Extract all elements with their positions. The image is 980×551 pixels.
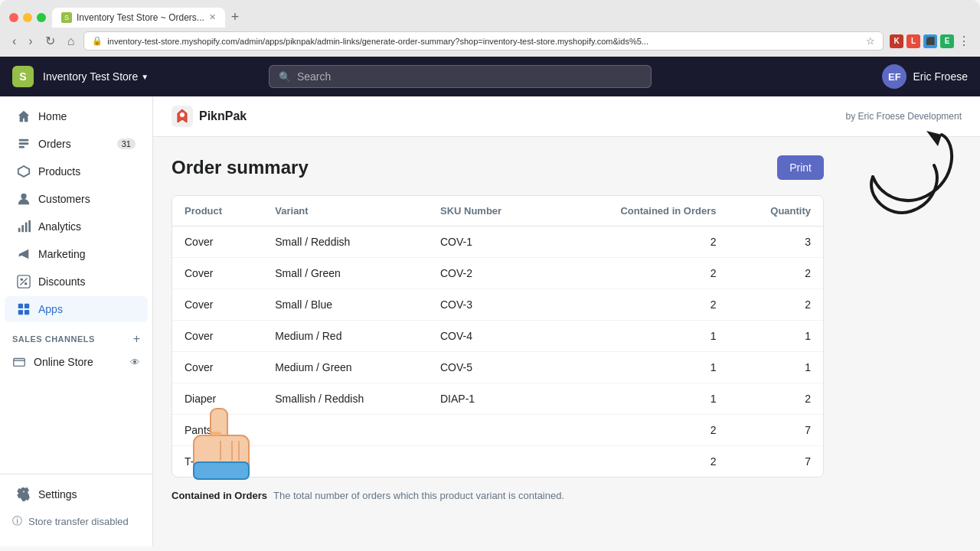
page-content: Order summary Print Product Variant SKU … (153, 137, 842, 520)
traffic-light-green[interactable] (37, 13, 46, 22)
bookmark-icon[interactable]: ☆ (866, 35, 875, 47)
table-row: Pants27 (172, 415, 823, 446)
app-attribution: by Eric Froese Development (846, 111, 962, 122)
col-header-variant: Variant (263, 196, 428, 227)
cell-quantity: 2 (728, 289, 823, 321)
col-header-product: Product (172, 196, 263, 227)
cell-sku: COV-4 (428, 321, 554, 352)
svg-point-19 (180, 112, 185, 117)
cell-sku: COV-3 (428, 289, 554, 321)
cell-sku: COV-2 (428, 258, 554, 289)
sidebar-item-orders[interactable]: Orders 31 (5, 131, 148, 157)
table-row: T-Shirt27 (172, 446, 823, 478)
traffic-light-yellow[interactable] (23, 13, 32, 22)
sidebar-item-discounts[interactable]: Discounts (5, 269, 148, 295)
sidebar: Home Orders 31 Products (0, 96, 153, 546)
sidebar-item-analytics[interactable]: Analytics (5, 214, 148, 240)
sales-channels-label: SALES CHANNELS (12, 334, 95, 344)
traffic-light-red[interactable] (9, 13, 18, 22)
online-store-item[interactable]: Online Store 👁 (0, 349, 152, 375)
tab-favicon: S (61, 12, 72, 23)
sidebar-item-orders-label: Orders (38, 138, 71, 150)
table-row: CoverMedium / GreenCOV-511 (172, 352, 823, 383)
global-search[interactable]: 🔍 Search (269, 65, 652, 88)
store-transfer-label: Store transfer disabled (28, 516, 129, 527)
cell-product: Diaper (172, 383, 263, 415)
topbar-right: EF Eric Froese (882, 64, 968, 89)
svg-rect-6 (25, 223, 28, 233)
store-name-label: Inventory Test Store (43, 70, 138, 83)
sidebar-item-analytics-label: Analytics (38, 220, 81, 233)
store-name-button[interactable]: Inventory Test Store ▼ (43, 70, 149, 83)
table-row: CoverSmall / GreenCOV-222 (172, 258, 823, 289)
app-header: PiknPak by Eric Froese Development (153, 96, 980, 137)
order-summary-table: Product Variant SKU Number Contained in … (172, 195, 824, 478)
sidebar-item-home-label: Home (38, 110, 67, 122)
url-text: inventory-test-store.myshopify.com/admin… (107, 37, 861, 46)
tab-close-button[interactable]: ✕ (209, 12, 216, 22)
sidebar-item-products-label: Products (38, 165, 80, 178)
url-bar[interactable]: 🔒 inventory-test-store.myshopify.com/adm… (83, 31, 884, 51)
table-row: CoverSmall / ReddishCOV-123 (172, 227, 823, 258)
svg-rect-16 (14, 359, 24, 367)
extension-icon-2[interactable]: L (906, 34, 920, 48)
sidebar-item-products[interactable]: Products (5, 158, 148, 184)
cell-variant: Small / Green (263, 258, 428, 289)
home-button[interactable]: ⌂ (64, 33, 78, 50)
browser-tab[interactable]: S Inventory Test Store ~ Orders... ✕ (52, 8, 225, 28)
sidebar-item-marketing-label: Marketing (38, 248, 85, 260)
print-button[interactable]: Print (777, 155, 824, 180)
extension-icon-1[interactable]: K (890, 34, 903, 48)
cell-quantity: 3 (728, 227, 823, 258)
svg-point-3 (21, 194, 26, 199)
svg-rect-15 (24, 310, 29, 315)
svg-rect-0 (19, 139, 29, 142)
sidebar-item-customers[interactable]: Customers (5, 186, 148, 212)
more-options-button[interactable]: ⋮ (957, 34, 971, 48)
apps-icon (17, 302, 31, 316)
browser-extension-icons: K L ⬛ E ⋮ (890, 34, 971, 48)
cell-product: T-Shirt (172, 446, 263, 478)
cell-contained: 1 (554, 321, 729, 352)
col-header-sku: SKU Number (428, 196, 554, 227)
cell-variant: Medium / Green (263, 352, 428, 383)
sidebar-item-settings-label: Settings (38, 488, 77, 500)
lock-icon: 🔒 (92, 36, 103, 46)
cell-quantity: 1 (728, 321, 823, 352)
orders-icon (17, 137, 31, 151)
cell-variant: Medium / Red (263, 321, 428, 352)
sidebar-item-discounts-label: Discounts (38, 276, 85, 288)
sidebar-item-home[interactable]: Home (5, 103, 148, 129)
reload-button[interactable]: ↻ (42, 32, 58, 50)
cell-variant (263, 446, 428, 478)
back-button[interactable]: ‹ (9, 33, 19, 50)
page-title: Order summary (172, 157, 309, 178)
svg-rect-2 (19, 146, 24, 148)
home-icon (17, 109, 31, 123)
forward-button[interactable]: › (25, 33, 35, 50)
extension-icon-4[interactable]: E (940, 34, 954, 48)
products-icon (17, 165, 31, 178)
sidebar-item-marketing[interactable]: Marketing (5, 241, 148, 267)
page-title-row: Order summary Print (172, 155, 824, 180)
new-tab-button[interactable]: + (225, 6, 246, 28)
svg-rect-13 (24, 304, 29, 308)
add-sales-channel-button[interactable]: + (133, 332, 140, 346)
cell-variant: Small / Reddish (263, 227, 428, 258)
online-store-visibility-icon[interactable]: 👁 (130, 357, 140, 368)
sidebar-item-apps[interactable]: Apps (5, 296, 148, 322)
cell-product: Pants (172, 415, 263, 446)
cell-product: Cover (172, 258, 263, 289)
svg-rect-4 (18, 228, 21, 232)
info-icon: ⓘ (12, 514, 22, 528)
extension-icon-3[interactable]: ⬛ (923, 34, 937, 48)
online-store-icon (12, 355, 26, 369)
cell-product: Cover (172, 227, 263, 258)
cell-variant: Smallish / Reddish (263, 383, 428, 415)
user-avatar[interactable]: EF (882, 64, 906, 89)
cell-quantity: 2 (728, 383, 823, 415)
browser-toolbar: ‹ › ↻ ⌂ 🔒 inventory-test-store.myshopify… (0, 28, 980, 57)
svg-rect-12 (18, 304, 23, 308)
shopify-logo: S (12, 66, 34, 87)
sidebar-item-settings[interactable]: Settings (5, 481, 148, 507)
